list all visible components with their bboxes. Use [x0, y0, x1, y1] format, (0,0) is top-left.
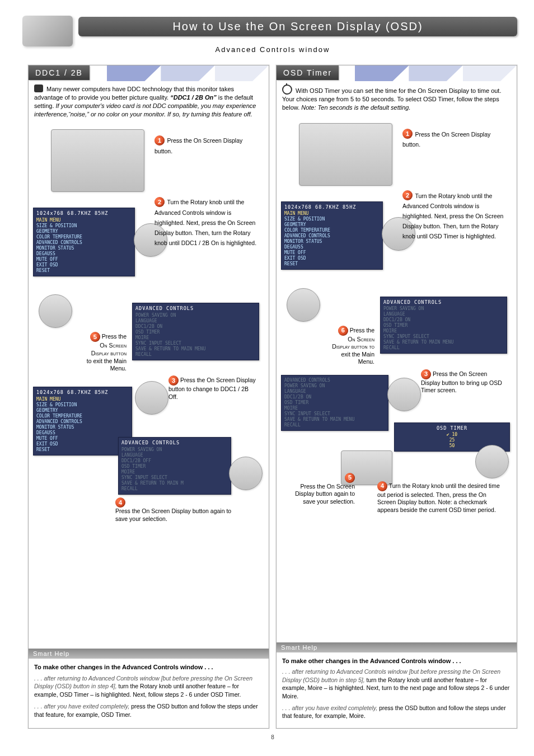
smart-help-band-left: Smart Help [29, 649, 269, 659]
osd-main-sub-r: MAIN MENU [284, 211, 380, 217]
left-step-1: Press the On Screen Display button. [154, 137, 242, 154]
left-step-5c: Display button [91, 350, 127, 356]
page-number: 8 [28, 729, 517, 746]
osd-adv-title-r: ADVANCED CONTROLS [383, 299, 504, 306]
osd-main-title: 1024x768 68.7KHZ 85HZ [36, 210, 132, 217]
osd-adv-items-r2: ADVANCED CONTROLS POWER SAVING ON LANGUA… [284, 378, 354, 428]
osd-main-items: SIZE & POSITION GEOMETRY COLOR TEMPERATU… [36, 223, 132, 274]
step-3-badge: 3 [168, 375, 179, 386]
right-intro: With OSD Timer you can set the time for … [277, 81, 517, 118]
rotary-knob-illustration [475, 445, 509, 478]
left-step-5d: to exit the Main [87, 358, 127, 364]
left-step-4: Press the On Screen Display button again… [115, 508, 231, 522]
right-heading: OSD Timer [277, 65, 339, 80]
step-5-badge: 5 [90, 332, 100, 342]
left-step-5b: On Screen [100, 342, 127, 349]
rotary-knob-illustration [287, 288, 320, 322]
right-step-5: Press the On Screen Display button again… [295, 483, 355, 505]
monitor-illustration [299, 123, 392, 186]
osd-adv-items-off: POWER SAVING ON LANGUAGE DDC1/2B OFF OSD… [121, 447, 184, 491]
right-column: OSD Timer With OSD Timer you can set the… [276, 65, 517, 729]
right-step-6a: Press the [350, 326, 374, 333]
right-step-6e: Menu. [358, 358, 374, 365]
right-foot-p2a: . . . after you have exited completely, [282, 705, 377, 711]
step-4-badge-r: 4 [377, 481, 387, 491]
osd-main-menu: 1024x768 68.7KHZ 85HZ MAIN MENU SIZE & P… [33, 208, 135, 276]
right-step-3: Press the On Screen Display button to br… [421, 370, 502, 393]
osd-main-title-r: 1024x768 68.7KHZ 85HZ [284, 204, 380, 210]
left-column: DDC1 / 2B Many newer computers have DDC … [28, 65, 269, 729]
osd-advanced-menu-r: ADVANCED CONTROLS POWER SAVING ON LANGUA… [380, 297, 507, 354]
rotary-knob-illustration [39, 294, 72, 328]
monitor-illustration [51, 129, 144, 192]
osd-adv-items-on: POWER SAVING ON LANGUAGE DDC1/2B ON OSD … [135, 313, 205, 357]
right-step-6b: On Screen [348, 336, 374, 342]
step-3-badge-r: 3 [421, 369, 431, 379]
left-foot-p2a: . . . after you have exited completely, [34, 703, 129, 710]
step-1-badge-r: 1 [402, 129, 413, 139]
smart-help-band-right: Smart Help [277, 642, 517, 652]
osd-advanced-menu-on: ADVANCED CONTROLS POWER SAVING ON LANGUA… [132, 303, 259, 360]
step-2-badge-r: 2 [402, 190, 413, 200]
left-step-5e: Menu. [110, 365, 127, 372]
osd-advanced-menu-r2: ADVANCED CONTROLS POWER SAVING ON LANGUA… [281, 375, 388, 431]
page-subtitle: Advanced Controls window [28, 45, 517, 54]
right-intro-ital: Note: Ten seconds is the default setting… [301, 104, 410, 111]
rotary-knob-illustration [387, 378, 421, 411]
right-step-2: Turn the Rotary knob until the Advanced … [402, 192, 503, 240]
osd-main-items-2: SIZE & POSITION GEOMETRY COLOR TEMPERATU… [36, 402, 129, 453]
left-footer: To make other changes in the Advanced Co… [29, 659, 269, 726]
osd-main-menu-r: 1024x768 68.7KHZ 85HZ MAIN MENU SIZE & P… [281, 201, 383, 270]
left-intro-bold: “DDC1 / 2B On” [170, 94, 217, 101]
osd-main-items-r: SIZE & POSITION GEOMETRY COLOR TEMPERATU… [284, 217, 380, 267]
osd-main-sub-2: MAIN MENU [36, 397, 129, 402]
osd-adv-title: ADVANCED CONTROLS [135, 306, 256, 312]
step-1-badge: 1 [154, 135, 165, 145]
rotary-knob-illustration [229, 457, 263, 490]
left-foot-lead: To make other changes in the Advanced Co… [34, 663, 263, 672]
page-title-bar: How to Use the On Screen Display (OSD) [78, 17, 517, 36]
left-step-5a: Press the [102, 333, 127, 340]
step-5-badge-r: 5 [345, 473, 355, 483]
right-step-6d: exit the Main [341, 351, 374, 358]
osd-timer-title: OSD TIMER [397, 425, 507, 431]
step-4-badge: 4 [115, 497, 125, 508]
tag-icon [34, 84, 43, 92]
left-intro-ital: If your computer's video card is not DDC… [34, 102, 256, 118]
step-6-badge: 6 [338, 326, 348, 336]
right-step-6c: Display button to [332, 343, 374, 350]
osd-adv-title-2: ADVANCED CONTROLS [121, 440, 228, 446]
monitor-corner-illustration [22, 16, 73, 46]
osd-main-sub: MAIN MENU [36, 218, 132, 223]
osd-main-menu-2: 1024x768 68.7KHZ 85HZ MAIN MENU SIZE & P… [33, 387, 132, 456]
left-step-2: Turn the Rotary knob until the Advanced … [154, 199, 256, 246]
rotary-knob-illustration [135, 381, 168, 415]
right-footer: To make other changes in the Advanced Co… [277, 652, 517, 729]
left-intro: Many newer computers have DDC technology… [29, 81, 269, 124]
osd-adv-items-r: POWER SAVING ON LANGUAGE DDC1/2B ON OSD … [383, 306, 453, 350]
right-step-1: Press the On Screen Display button. [402, 131, 490, 148]
left-heading: DDC1 / 2B [29, 65, 90, 80]
osd-advanced-menu-off: ADVANCED CONTROLS POWER SAVING ON LANGUA… [118, 437, 231, 495]
osd-main-title-2: 1024x768 68.7KHZ 85HZ [36, 389, 129, 396]
right-foot-lead: To make other changes in the Advanced Co… [282, 657, 511, 665]
step-2-badge: 2 [154, 197, 165, 207]
left-step-3: Press the On Screen Display button to ch… [168, 377, 256, 400]
timer-icon [282, 84, 292, 95]
